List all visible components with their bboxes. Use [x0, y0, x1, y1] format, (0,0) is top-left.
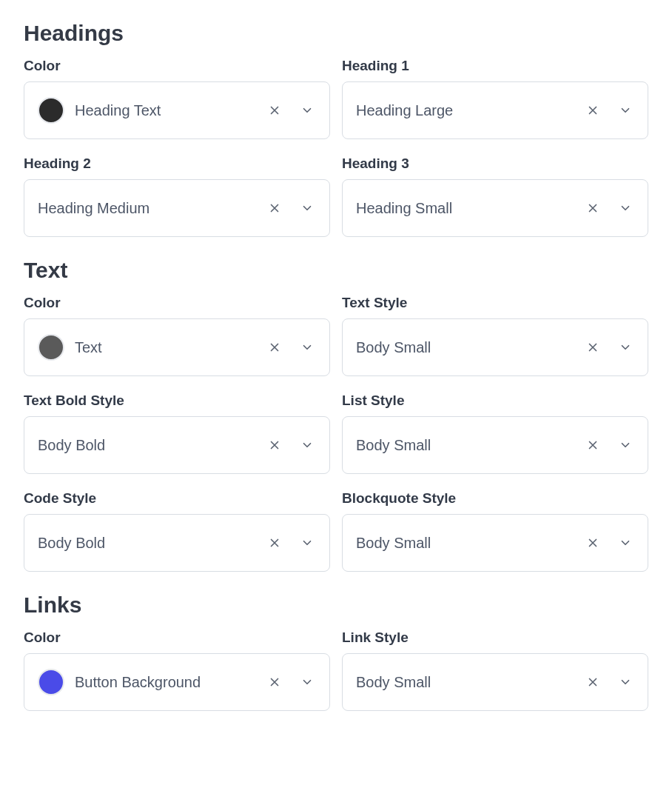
- select-blockquote-style[interactable]: Body Small: [342, 514, 648, 572]
- field-heading3: Heading 3 Heading Small: [342, 156, 648, 237]
- clear-icon[interactable]: [266, 534, 283, 552]
- chevron-down-icon[interactable]: [298, 199, 316, 217]
- select-actions: [584, 199, 634, 217]
- field-headings-color: Color Heading Text: [24, 58, 330, 139]
- select-links-color[interactable]: Button Background: [24, 653, 330, 711]
- clear-icon[interactable]: [584, 673, 602, 691]
- select-text-style[interactable]: Body Small: [342, 318, 648, 376]
- select-value: Body Small: [356, 339, 578, 356]
- clear-icon[interactable]: [266, 199, 283, 217]
- select-value: Heading Large: [356, 102, 578, 119]
- row: Heading 2 Heading Medium Heading 3 Headi…: [24, 156, 648, 237]
- field-label: Text Style: [342, 295, 648, 311]
- select-value: Heading Small: [356, 200, 578, 217]
- chevron-down-icon[interactable]: [298, 436, 316, 454]
- field-heading2: Heading 2 Heading Medium: [24, 156, 330, 237]
- select-actions: [584, 338, 634, 356]
- field-code-style: Code Style Body Bold: [24, 490, 330, 572]
- select-value: Heading Text: [75, 102, 260, 119]
- select-value: Body Bold: [38, 437, 260, 454]
- field-label: Link Style: [342, 630, 648, 646]
- field-label: List Style: [342, 393, 648, 409]
- select-value: Text: [75, 339, 260, 356]
- select-value: Body Small: [356, 674, 578, 691]
- field-label: Color: [24, 295, 330, 311]
- section-headings: Headings Color Heading Text Heading 1: [24, 21, 648, 237]
- select-actions: [266, 199, 316, 217]
- select-actions: [584, 534, 634, 552]
- section-title-headings: Headings: [24, 21, 648, 46]
- chevron-down-icon[interactable]: [616, 673, 634, 691]
- field-label: Code Style: [24, 490, 330, 507]
- select-value: Body Small: [356, 535, 578, 552]
- field-link-style: Link Style Body Small: [342, 630, 648, 711]
- field-text-bold-style: Text Bold Style Body Bold: [24, 393, 330, 474]
- select-list-style[interactable]: Body Small: [342, 416, 648, 474]
- field-label: Heading 2: [24, 156, 330, 172]
- select-heading2[interactable]: Heading Medium: [24, 179, 330, 237]
- field-text-style: Text Style Body Small: [342, 295, 648, 376]
- select-actions: [584, 436, 634, 454]
- clear-icon[interactable]: [266, 673, 283, 691]
- chevron-down-icon[interactable]: [298, 101, 316, 119]
- row: Color Heading Text Heading 1 Heading Lar…: [24, 58, 648, 139]
- select-headings-color[interactable]: Heading Text: [24, 81, 330, 139]
- field-label: Heading 3: [342, 156, 648, 172]
- field-text-color: Color Text: [24, 295, 330, 376]
- chevron-down-icon[interactable]: [616, 199, 634, 217]
- chevron-down-icon[interactable]: [616, 101, 634, 119]
- select-actions: [266, 534, 316, 552]
- field-blockquote-style: Blockquote Style Body Small: [342, 490, 648, 572]
- clear-icon[interactable]: [584, 534, 602, 552]
- select-link-style[interactable]: Body Small: [342, 653, 648, 711]
- select-actions: [584, 101, 634, 119]
- row: Color Button Background Link Style Body …: [24, 630, 648, 711]
- section-title-links: Links: [24, 592, 648, 618]
- select-actions: [584, 673, 634, 691]
- clear-icon[interactable]: [584, 436, 602, 454]
- field-label: Color: [24, 630, 330, 646]
- select-heading1[interactable]: Heading Large: [342, 81, 648, 139]
- section-links: Links Color Button Background Link Style: [24, 592, 648, 711]
- field-list-style: List Style Body Small: [342, 393, 648, 474]
- select-value: Heading Medium: [38, 200, 260, 217]
- section-text: Text Color Text Text Style: [24, 258, 648, 572]
- color-swatch: [38, 669, 64, 695]
- select-actions: [266, 673, 316, 691]
- chevron-down-icon[interactable]: [616, 534, 634, 552]
- chevron-down-icon[interactable]: [616, 338, 634, 356]
- select-value: Body Small: [356, 437, 578, 454]
- chevron-down-icon[interactable]: [298, 673, 316, 691]
- color-swatch: [38, 97, 64, 124]
- row: Color Text Text Style Body Small: [24, 295, 648, 376]
- field-heading1: Heading 1 Heading Large: [342, 58, 648, 139]
- field-label: Text Bold Style: [24, 393, 330, 409]
- clear-icon[interactable]: [584, 338, 602, 356]
- chevron-down-icon[interactable]: [298, 534, 316, 552]
- select-actions: [266, 101, 316, 119]
- chevron-down-icon[interactable]: [298, 338, 316, 356]
- select-actions: [266, 338, 316, 356]
- field-links-color: Color Button Background: [24, 630, 330, 711]
- select-value: Body Bold: [38, 535, 260, 552]
- select-actions: [266, 436, 316, 454]
- clear-icon[interactable]: [584, 101, 602, 119]
- field-label: Color: [24, 58, 330, 74]
- select-text-bold-style[interactable]: Body Bold: [24, 416, 330, 474]
- clear-icon[interactable]: [266, 101, 283, 119]
- chevron-down-icon[interactable]: [616, 436, 634, 454]
- row: Code Style Body Bold Blockquote Style Bo…: [24, 490, 648, 572]
- select-code-style[interactable]: Body Bold: [24, 514, 330, 572]
- clear-icon[interactable]: [584, 199, 602, 217]
- select-text-color[interactable]: Text: [24, 318, 330, 376]
- field-label: Heading 1: [342, 58, 648, 74]
- field-label: Blockquote Style: [342, 490, 648, 507]
- section-title-text: Text: [24, 258, 648, 283]
- row: Text Bold Style Body Bold List Style Bod…: [24, 393, 648, 474]
- clear-icon[interactable]: [266, 436, 283, 454]
- color-swatch: [38, 334, 64, 361]
- select-heading3[interactable]: Heading Small: [342, 179, 648, 237]
- select-value: Button Background: [75, 674, 260, 691]
- clear-icon[interactable]: [266, 338, 283, 356]
